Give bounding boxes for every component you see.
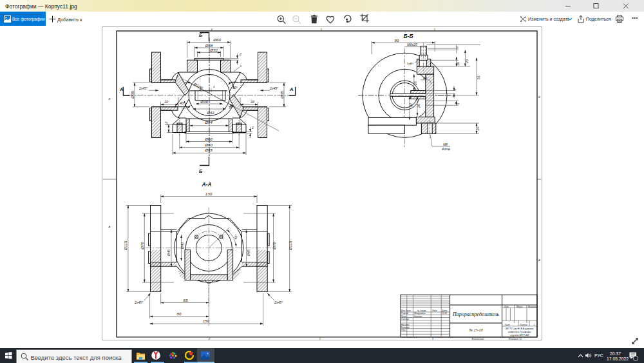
svg-text:№ докум.: № докум. [417,309,426,312]
svg-text:Масштаб: Масштаб [528,306,538,308]
svg-text:4отв.: 4отв. [442,147,451,151]
svg-text:80: 80 [177,311,182,316]
svg-text:Ø80: Ø80 [204,142,213,147]
svg-text:Ø54: Ø54 [204,120,213,124]
svg-text:Изм.Лист: Изм.Лист [401,309,411,312]
svg-text:Ø115: Ø115 [123,240,128,251]
svg-text:2: 2 [239,52,242,56]
svg-text:Ø35: Ø35 [279,91,284,99]
svg-text:130: 130 [205,191,213,196]
svg-text:6: 6 [457,103,460,104]
svg-text:В: В [109,97,111,101]
svg-text:Лит.: Лит. [504,306,509,308]
svg-text:Боярова: Боярова [414,315,422,318]
svg-text:1: 1 [434,28,435,31]
svg-text:25: 25 [413,81,417,86]
svg-text:М8: М8 [443,142,448,146]
svg-text:1: 1 [321,28,322,31]
svg-text:10: 10 [456,62,460,66]
svg-text:Ø70: Ø70 [140,242,144,250]
svg-text:2х45°: 2х45° [134,300,143,304]
svg-text:А: А [538,259,540,262]
svg-text:Подп.: Подп. [432,309,438,312]
svg-text:Ø95: Ø95 [204,148,213,152]
svg-text:Ø36: Ø36 [200,99,208,104]
svg-text:45°: 45° [233,234,238,240]
svg-text:30: 30 [164,100,168,104]
svg-text:Ø32: Ø32 [209,48,218,52]
svg-text:Ø38: Ø38 [205,43,213,48]
svg-text:Ø115: Ø115 [288,240,292,251]
svg-text:12: 12 [164,122,168,126]
svg-text:150: 150 [203,319,210,323]
svg-text:Ø45: Ø45 [247,250,251,257]
svg-text:А-А: А-А [201,181,211,188]
svg-text:65: 65 [184,298,188,302]
svg-text:Ø60: Ø60 [213,37,221,42]
svg-text:Ø100: Ø100 [193,81,204,90]
svg-text:Б: Б [199,168,203,174]
svg-text:Б-Б: Б-Б [404,33,413,39]
svg-text:Копировал: Копировал [471,337,484,340]
svg-text:Ø42: Ø42 [206,110,214,115]
svg-text:40°: 40° [180,101,185,105]
svg-text:Масса: Масса [516,306,523,308]
svg-text:2: 2 [634,356,637,360]
svg-text:Листов: Листов [519,324,527,326]
svg-text:2: 2 [211,28,213,31]
svg-text:2х45°: 2х45° [274,300,283,304]
svg-text:Формат А2: Формат А2 [509,337,522,340]
svg-text:А: А [289,86,293,92]
svg-text:В: В [538,95,540,99]
svg-text:Ø40: Ø40 [180,242,184,250]
svg-text:№ 25-10: № 25-10 [468,328,482,332]
svg-text:26: 26 [417,104,421,108]
svg-text:51: 51 [477,75,480,79]
svg-text:2х45°: 2х45° [269,86,278,90]
svg-text:2х45°: 2х45° [138,86,147,90]
svg-text:5: 5 [240,64,242,68]
svg-text:Лист: Лист [504,324,511,326]
svg-text:90: 90 [395,38,399,43]
svg-text:Ø45: Ø45 [167,250,171,257]
svg-text:20: 20 [476,127,480,132]
svg-text:1х45°: 1х45° [407,62,414,65]
svg-text:Ø60: Ø60 [204,137,213,141]
svg-text:2: 2 [251,126,254,130]
svg-text:Т.контр.: Т.контр. [401,318,410,320]
svg-text:30: 30 [251,100,254,104]
svg-text:Дата: Дата [441,309,448,312]
svg-text:3: 3 [453,88,457,90]
svg-text:А: А [119,86,123,92]
svg-text:20: 20 [465,59,469,64]
svg-text:группа МТ7-42: группа МТ7-42 [510,333,529,337]
svg-text:А: А [108,225,111,228]
svg-text:40°: 40° [232,86,238,90]
svg-text:Утв.: Утв. [401,329,406,331]
svg-text:3: 3 [213,85,215,88]
svg-text:84: 84 [423,76,427,80]
svg-text:1: 1 [534,324,535,326]
svg-text:Б: Б [199,32,203,38]
svg-text:Ø35: Ø35 [130,91,135,99]
svg-text:М6х20: М6х20 [407,43,417,46]
svg-text:Парораспределитель: Парораспределитель [452,311,499,317]
svg-text:Ø70: Ø70 [272,242,276,250]
svg-text:11.05: 11.05 [442,312,447,315]
svg-text:1: 1 [319,337,321,340]
svg-text:32: 32 [409,103,413,107]
